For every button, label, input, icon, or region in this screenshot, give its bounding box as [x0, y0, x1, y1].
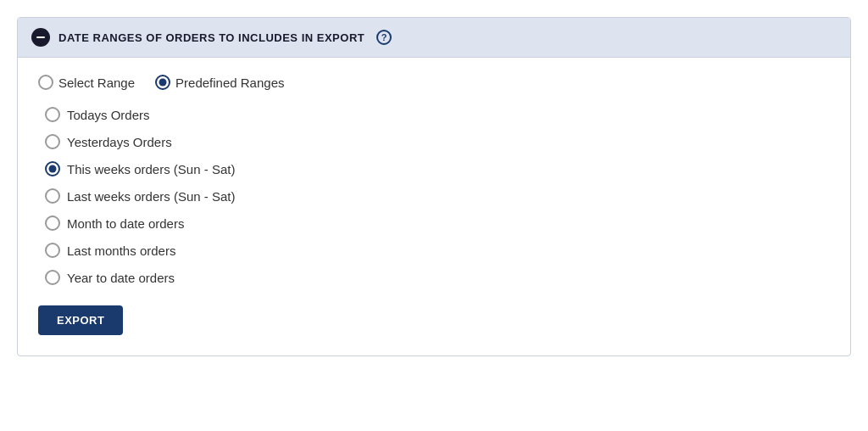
- predefined-ranges-option[interactable]: Predefined Ranges: [155, 75, 284, 90]
- last-weeks-orders-label: Last weeks orders (Sun - Sat): [67, 189, 235, 204]
- yesterdays-orders-label: Yesterdays Orders: [67, 135, 172, 149]
- year-to-date-label: Year to date orders: [67, 271, 175, 285]
- this-weeks-orders-label: This weeks orders (Sun - Sat): [67, 162, 235, 176]
- panel-title: DATE RANGES OF ORDERS TO INCLUDES IN EXP…: [58, 31, 364, 44]
- year-to-date-radio[interactable]: [45, 270, 60, 285]
- predefined-ranges-label: Predefined Ranges: [175, 76, 284, 90]
- date-ranges-panel: DATE RANGES OF ORDERS TO INCLUDES IN EXP…: [17, 17, 851, 356]
- last-months-orders-radio[interactable]: [45, 243, 60, 258]
- top-radio-group: Select Range Predefined Ranges: [38, 75, 830, 90]
- this-weeks-orders-option[interactable]: This weeks orders (Sun - Sat): [45, 161, 830, 176]
- todays-orders-option[interactable]: Todays Orders: [45, 107, 830, 122]
- yesterdays-orders-option[interactable]: Yesterdays Orders: [45, 134, 830, 149]
- yesterdays-orders-radio[interactable]: [45, 134, 60, 149]
- select-range-radio[interactable]: [38, 75, 53, 90]
- select-range-option[interactable]: Select Range: [38, 75, 135, 90]
- month-to-date-radio[interactable]: [45, 216, 60, 231]
- last-months-orders-label: Last months orders: [67, 243, 175, 258]
- last-weeks-orders-option[interactable]: Last weeks orders (Sun - Sat): [45, 188, 830, 204]
- this-weeks-orders-radio[interactable]: [45, 161, 60, 176]
- month-to-date-label: Month to date orders: [67, 216, 184, 231]
- todays-orders-label: Todays Orders: [67, 108, 150, 122]
- predefined-options-list: Todays Orders Yesterdays Orders This wee…: [45, 107, 830, 285]
- panel-header: DATE RANGES OF ORDERS TO INCLUDES IN EXP…: [18, 18, 850, 58]
- todays-orders-radio[interactable]: [45, 107, 60, 122]
- help-icon[interactable]: ?: [376, 30, 392, 45]
- panel-body: Select Range Predefined Ranges Todays Or…: [18, 58, 850, 355]
- collapse-icon[interactable]: [31, 28, 50, 47]
- export-button[interactable]: EXPORT: [38, 305, 123, 335]
- month-to-date-option[interactable]: Month to date orders: [45, 216, 830, 231]
- select-range-label: Select Range: [58, 76, 135, 90]
- last-months-orders-option[interactable]: Last months orders: [45, 243, 830, 258]
- year-to-date-option[interactable]: Year to date orders: [45, 270, 830, 285]
- last-weeks-orders-radio[interactable]: [45, 188, 60, 204]
- predefined-ranges-radio[interactable]: [155, 75, 170, 90]
